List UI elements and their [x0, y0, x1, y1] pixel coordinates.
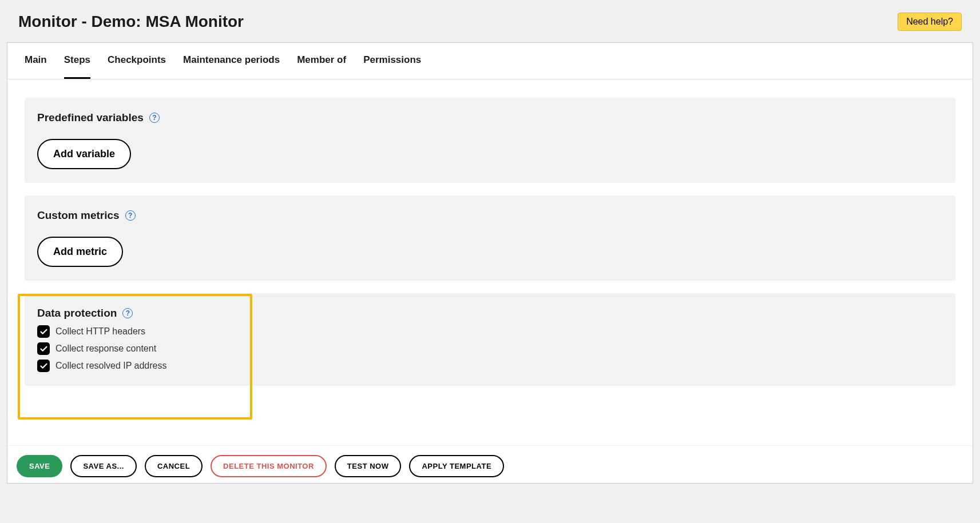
checkbox-label: Collect resolved IP address — [55, 361, 166, 371]
apply-template-button[interactable]: Apply template — [409, 455, 504, 477]
help-icon[interactable]: ? — [125, 210, 136, 221]
save-as-button[interactable]: Save as... — [70, 455, 136, 477]
content-scroll-area[interactable]: Predefined variables ? Add variable Cust… — [7, 79, 973, 445]
tab-checkpoints[interactable]: Checkpoints — [108, 43, 166, 79]
checkbox-label: Collect HTTP headers — [55, 326, 145, 337]
cancel-button[interactable]: Cancel — [145, 455, 203, 477]
help-icon[interactable]: ? — [122, 308, 133, 318]
check-icon — [39, 328, 48, 336]
checkbox-collect-http-headers[interactable] — [37, 325, 50, 338]
checkbox-row-collect-response-content: Collect response content — [37, 342, 943, 355]
checkbox-collect-response-content[interactable] — [37, 342, 50, 355]
checkbox-row-collect-http-headers: Collect HTTP headers — [37, 325, 943, 338]
add-variable-button[interactable]: Add variable — [37, 139, 131, 169]
checkbox-row-collect-resolved-ip: Collect resolved IP address — [37, 360, 943, 372]
help-icon[interactable]: ? — [149, 113, 160, 123]
tab-steps[interactable]: Steps — [64, 43, 90, 79]
check-icon — [39, 345, 48, 353]
tab-permissions[interactable]: Permissions — [363, 43, 421, 79]
section-title: Data protection — [37, 307, 117, 320]
section-title: Predefined variables — [37, 111, 144, 124]
check-icon — [39, 362, 48, 370]
delete-monitor-button[interactable]: Delete this monitor — [211, 455, 327, 477]
section-title: Custom metrics — [37, 209, 120, 222]
main-panel: Main Steps Checkpoints Maintenance perio… — [7, 42, 973, 484]
tab-bar: Main Steps Checkpoints Maintenance perio… — [7, 43, 973, 79]
footer-actions: Save Save as... Cancel Delete this monit… — [7, 445, 973, 483]
data-protection-section: Data protection ? Collect HTTP headers C… — [25, 293, 955, 386]
checkbox-collect-resolved-ip[interactable] — [37, 360, 50, 372]
custom-metrics-section: Custom metrics ? Add metric — [25, 195, 955, 281]
add-metric-button[interactable]: Add metric — [37, 237, 123, 267]
tab-main[interactable]: Main — [25, 43, 47, 79]
checkbox-label: Collect response content — [55, 344, 156, 354]
page-title: Monitor - Demo: MSA Monitor — [18, 13, 244, 31]
need-help-button[interactable]: Need help? — [898, 13, 962, 31]
predefined-variables-section: Predefined variables ? Add variable — [25, 98, 955, 183]
test-now-button[interactable]: Test now — [335, 455, 402, 477]
tab-member-of[interactable]: Member of — [297, 43, 346, 79]
save-button[interactable]: Save — [17, 455, 62, 477]
tab-maintenance-periods[interactable]: Maintenance periods — [183, 43, 280, 79]
